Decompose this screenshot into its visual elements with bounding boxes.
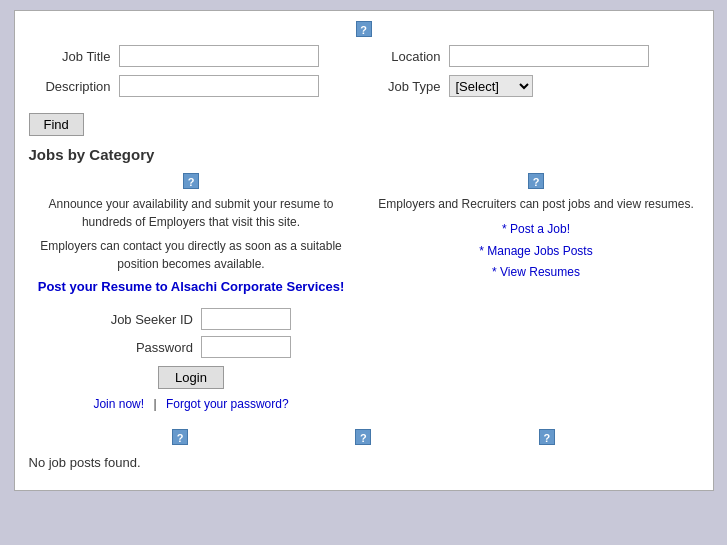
main-panel: ? Job Title Location Description Job Typ… bbox=[14, 10, 714, 491]
bottom-help-icon-1[interactable]: ? bbox=[172, 429, 188, 445]
forgot-password-link[interactable]: Forgot your password? bbox=[166, 397, 289, 411]
left-text-1: Announce your availability and submit yo… bbox=[29, 195, 354, 231]
no-jobs-text: No job posts found. bbox=[29, 455, 699, 470]
job-title-label: Job Title bbox=[29, 49, 119, 64]
password-row: Password bbox=[29, 336, 354, 358]
search-form: Job Title Location Description Job Type … bbox=[29, 45, 699, 97]
right-column: ? Employers and Recruiters can post jobs… bbox=[374, 173, 699, 411]
top-help-icon-area: ? bbox=[29, 21, 699, 37]
job-type-label: Job Type bbox=[379, 79, 449, 94]
login-section: Job Seeker ID Password Login Join now! |… bbox=[29, 308, 354, 411]
password-label: Password bbox=[91, 340, 201, 355]
title-location-row: Job Title Location bbox=[29, 45, 699, 67]
right-help-icon[interactable]: ? bbox=[528, 173, 544, 189]
job-type-select[interactable]: [Select] Full Time Part Time Contract In… bbox=[449, 75, 533, 97]
password-input[interactable] bbox=[201, 336, 291, 358]
top-help-icon[interactable]: ? bbox=[356, 21, 372, 37]
job-seeker-label: Job Seeker ID bbox=[91, 312, 201, 327]
post-job-link[interactable]: * Post a Job! bbox=[374, 219, 699, 241]
section-title: Jobs by Category bbox=[29, 146, 699, 163]
location-label: Location bbox=[379, 49, 449, 64]
view-resumes-link[interactable]: * View Resumes bbox=[374, 262, 699, 284]
job-title-input[interactable] bbox=[119, 45, 319, 67]
pipe-divider: | bbox=[153, 397, 156, 411]
description-input[interactable] bbox=[119, 75, 319, 97]
left-help-icon-area: ? bbox=[29, 173, 354, 189]
right-text: Employers and Recruiters can post jobs a… bbox=[374, 195, 699, 213]
two-col-section: ? Announce your availability and submit … bbox=[29, 173, 699, 411]
location-input[interactable] bbox=[449, 45, 649, 67]
post-resume-link[interactable]: Post your Resume to Alsachi Corporate Se… bbox=[38, 279, 345, 294]
manage-jobs-link[interactable]: * Manage Jobs Posts bbox=[374, 241, 699, 263]
find-button[interactable]: Find bbox=[29, 113, 84, 136]
left-column: ? Announce your availability and submit … bbox=[29, 173, 354, 411]
right-help-icon-area: ? bbox=[374, 173, 699, 189]
left-help-icon[interactable]: ? bbox=[183, 173, 199, 189]
login-links: Join now! | Forgot your password? bbox=[29, 397, 354, 411]
desc-jobtype-row: Description Job Type [Select] Full Time … bbox=[29, 75, 699, 97]
description-label: Description bbox=[29, 79, 119, 94]
bottom-icons-row: ? ? ? bbox=[89, 429, 639, 445]
job-seeker-row: Job Seeker ID bbox=[29, 308, 354, 330]
bottom-help-icon-2[interactable]: ? bbox=[355, 429, 371, 445]
left-text-2: Employers can contact you directly as so… bbox=[29, 237, 354, 273]
job-seeker-input[interactable] bbox=[201, 308, 291, 330]
join-now-link[interactable]: Join now! bbox=[93, 397, 144, 411]
bottom-help-icon-3[interactable]: ? bbox=[539, 429, 555, 445]
employer-links: * Post a Job! * Manage Jobs Posts * View… bbox=[374, 219, 699, 284]
login-button[interactable]: Login bbox=[158, 366, 224, 389]
